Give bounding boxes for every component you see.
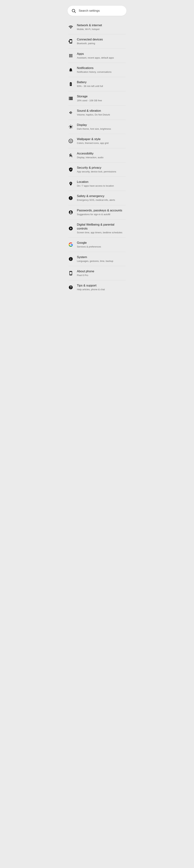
storage-icon <box>68 96 73 101</box>
settings-item-system[interactable]: System Languages, gestures, time, backup <box>65 252 129 266</box>
tips-subtitle: Help articles, phone & chat <box>77 288 126 291</box>
about-subtitle: Pixel 6 Pro <box>77 274 126 277</box>
system-subtitle: Languages, gestures, time, backup <box>77 259 126 263</box>
network-text: Network & internet Mobile, Wi-Fi, hotspo… <box>77 23 126 31</box>
connected-devices-title: Connected devices <box>77 37 126 41</box>
wellbeing-title: Digital Wellbeing & parental controls <box>77 223 126 230</box>
settings-item-notifications[interactable]: Notifications Notification history, conv… <box>65 63 129 77</box>
search-bar[interactable]: Search settings <box>68 6 126 16</box>
system-title: System <box>77 255 126 259</box>
display-icon <box>68 124 73 129</box>
safety-subtitle: Emergency SOS, medical info, alerts <box>77 198 126 202</box>
svg-point-5 <box>71 141 72 141</box>
battery-icon <box>68 82 73 87</box>
settings-item-battery[interactable]: Battery 93% - 38 min left until full <box>65 77 129 91</box>
svg-point-4 <box>70 141 70 141</box>
notifications-icon <box>68 67 73 72</box>
tips-text: Tips & support Help articles, phone & ch… <box>77 284 126 291</box>
passwords-subtitle: Suggestions for sign-in & autofill <box>77 213 126 216</box>
battery-subtitle: 93% - 38 min left until full <box>77 85 126 88</box>
settings-item-sound[interactable]: Sound & vibration Volume, haptics, Do No… <box>65 105 129 120</box>
settings-item-storage[interactable]: Storage 16% used - 108 GB free <box>65 91 129 105</box>
settings-item-tips[interactable]: Tips & support Help articles, phone & ch… <box>65 280 129 294</box>
network-title: Network & internet <box>77 23 126 27</box>
settings-item-wellbeing[interactable]: Digital Wellbeing & parental controls Sc… <box>65 219 129 238</box>
accessibility-title: Accessibility <box>77 152 126 156</box>
settings-item-wallpaper[interactable]: Wallpaper & style Colors, themed icons, … <box>65 134 129 148</box>
settings-item-security[interactable]: Security & privacy App security, device … <box>65 162 129 177</box>
sound-icon <box>68 110 73 115</box>
storage-text: Storage 16% used - 108 GB free <box>77 94 126 102</box>
passwords-text: Passwords, passkeys & accounts Suggestio… <box>77 209 126 216</box>
display-subtitle: Dark theme, font size, brightness <box>77 127 126 130</box>
settings-item-safety[interactable]: Safety & emergency Emergency SOS, medica… <box>65 191 129 205</box>
google-subtitle: Services & preferences <box>77 245 126 248</box>
wellbeing-icon <box>68 226 73 231</box>
devices-icon <box>68 39 73 44</box>
settings-item-apps[interactable]: Apps Assistant, recent apps, default app… <box>65 49 129 63</box>
about-title: About phone <box>77 270 126 273</box>
location-text: Location On / 7 apps have access to loca… <box>77 180 126 187</box>
wifi-icon <box>68 25 73 30</box>
tips-title: Tips & support <box>77 284 126 287</box>
apps-subtitle: Assistant, recent apps, default apps <box>77 56 126 59</box>
settings-item-about[interactable]: About phone Pixel 6 Pro <box>65 266 129 280</box>
connected-devices-subtitle: Bluetooth, pairing <box>77 42 126 45</box>
notifications-text: Notifications Notification history, conv… <box>77 66 126 74</box>
battery-title: Battery <box>77 80 126 84</box>
safety-title: Safety & emergency <box>77 194 126 198</box>
wallpaper-text: Wallpaper & style Colors, themed icons, … <box>77 137 126 145</box>
security-text: Security & privacy App security, device … <box>77 166 126 173</box>
tips-icon <box>68 285 73 290</box>
apps-icon <box>68 53 73 58</box>
system-icon <box>68 256 73 261</box>
battery-text: Battery 93% - 38 min left until full <box>77 80 126 88</box>
google-title: Google <box>77 241 126 245</box>
apps-title: Apps <box>77 52 126 56</box>
system-text: System Languages, gestures, time, backup <box>77 255 126 263</box>
notifications-subtitle: Notification history, conversations <box>77 70 126 74</box>
settings-item-network[interactable]: Network & internet Mobile, Wi-Fi, hotspo… <box>65 20 129 34</box>
search-placeholder: Search settings <box>79 9 100 12</box>
google-text: Google Services & preferences <box>77 241 126 248</box>
location-icon <box>68 181 73 186</box>
svg-point-6 <box>70 141 71 141</box>
accessibility-icon <box>68 153 73 158</box>
passwords-title: Passwords, passkeys & accounts <box>77 209 126 213</box>
accessibility-subtitle: Display, interaction, audio <box>77 156 126 159</box>
svg-line-1 <box>74 12 76 13</box>
svg-rect-2 <box>69 40 69 42</box>
storage-title: Storage <box>77 94 126 98</box>
location-title: Location <box>77 180 126 184</box>
about-text: About phone Pixel 6 Pro <box>77 270 126 277</box>
wellbeing-subtitle: Screen time, app timers, bedtime schedul… <box>77 231 126 234</box>
about-icon <box>68 271 73 276</box>
sound-text: Sound & vibration Volume, haptics, Do No… <box>77 109 126 116</box>
svg-point-3 <box>69 139 73 143</box>
storage-subtitle: 16% used - 108 GB free <box>77 99 126 102</box>
settings-item-connected-devices[interactable]: Connected devices Bluetooth, pairing <box>65 34 129 48</box>
settings-item-location[interactable]: Location On / 7 apps have access to loca… <box>65 177 129 191</box>
safety-icon <box>68 195 73 200</box>
settings-item-accessibility[interactable]: Accessibility Display, interaction, audi… <box>65 148 129 162</box>
settings-item-display[interactable]: Display Dark theme, font size, brightnes… <box>65 120 129 134</box>
settings-item-passwords[interactable]: Passwords, passkeys & accounts Suggestio… <box>65 205 129 219</box>
svg-point-7 <box>70 153 71 154</box>
wallpaper-title: Wallpaper & style <box>77 137 126 141</box>
display-title: Display <box>77 123 126 127</box>
settings-page: Search settings Network & internet Mobil… <box>65 0 129 297</box>
location-subtitle: On / 7 apps have access to location <box>77 184 126 187</box>
sound-title: Sound & vibration <box>77 109 126 113</box>
connected-devices-text: Connected devices Bluetooth, pairing <box>77 37 126 45</box>
wallpaper-subtitle: Colors, themed icons, app grid <box>77 142 126 145</box>
wallpaper-icon <box>68 138 73 144</box>
sound-subtitle: Volume, haptics, Do Not Disturb <box>77 113 126 116</box>
apps-text: Apps Assistant, recent apps, default app… <box>77 52 126 59</box>
notifications-title: Notifications <box>77 66 126 70</box>
settings-list: Network & internet Mobile, Wi-Fi, hotspo… <box>65 20 129 294</box>
settings-item-google[interactable]: Google Services & preferences <box>65 238 129 252</box>
security-subtitle: App security, device lock, permissions <box>77 170 126 173</box>
network-subtitle: Mobile, Wi-Fi, hotspot <box>77 28 126 31</box>
security-title: Security & privacy <box>77 166 126 170</box>
passwords-icon <box>68 210 73 215</box>
